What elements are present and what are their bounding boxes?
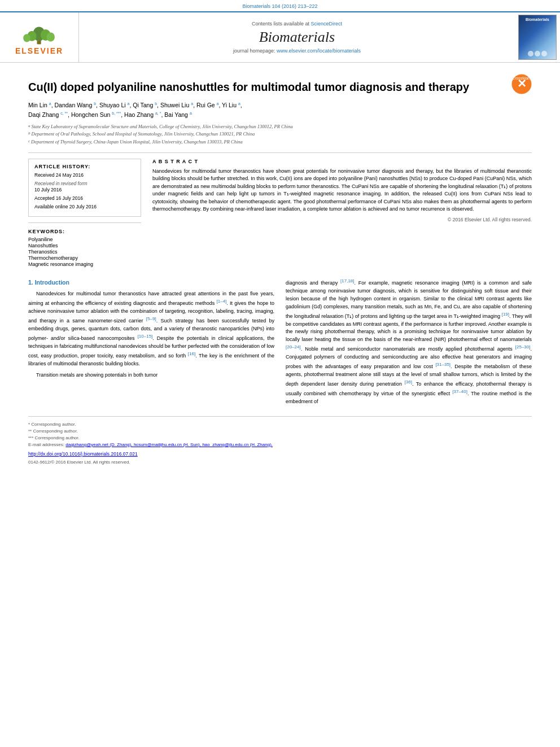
cover-circle-1 — [528, 51, 533, 56]
affil-text-a: State Key Laboratory of Supramolecular S… — [32, 123, 293, 130]
keyword-5: Magnetic resonance imaging — [28, 261, 141, 267]
affiliation-b: b Department of Oral Pathology, School a… — [28, 130, 532, 138]
affiliation-a: a State Key Laboratory of Supramolecular… — [28, 123, 532, 130]
corr2: ** Corresponding author. — [28, 428, 532, 435]
journal-header: ELSEVIER Contents lists available at Sci… — [0, 11, 560, 63]
cite-20-24[interactable]: [20–24] — [286, 344, 301, 350]
title-row: Cu(II) doped polyaniline nanoshuttles fo… — [28, 72, 532, 100]
corr3: *** Corresponding author. — [28, 435, 532, 442]
keywords-divider — [28, 222, 141, 223]
cite-5-9[interactable]: [5–9] — [146, 316, 156, 321]
intro-right-col: diagnosis and therapy [17,18]. For examp… — [286, 278, 532, 409]
footer-notes: * Corresponding author. ** Corresponding… — [28, 416, 532, 466]
authors-line1: Min Lin a, Dandan Wang b, Shuyao Li a, Q… — [28, 102, 242, 108]
elsevier-logo: ELSEVIER — [15, 20, 63, 55]
left-column: Article history: Received 24 May 2016 Re… — [28, 159, 141, 268]
copyright-line: © 2016 Elsevier Ltd. All rights reserved… — [152, 217, 532, 222]
received-date: Received 24 May 2016 — [34, 172, 135, 178]
abstract-title: A B S T R A C T — [152, 159, 532, 164]
authors: Min Lin a, Dandan Wang b, Shuyao Li a, Q… — [28, 100, 532, 120]
email-links[interactable]: daqizhang@yeah.net (D. Zhang), hcsum@mai… — [65, 442, 273, 447]
keyword-4: Thermochemotherapy — [28, 255, 141, 261]
cite-16[interactable]: [16] — [188, 351, 195, 356]
introduction-section: 1. Introduction Nanodevices for multimod… — [28, 278, 532, 409]
cite-31-35[interactable]: [31–35] — [435, 362, 450, 367]
intro-left-col: 1. Introduction Nanodevices for multimod… — [28, 278, 274, 409]
revised-date: 10 July 2016 — [34, 187, 62, 193]
sciencedirect-link[interactable]: ScienceDirect — [311, 21, 343, 27]
abstract-section: A B S T R A C T Nanodevices for multimod… — [152, 159, 532, 268]
accepted-label: Accepted 16 July 2016 — [34, 195, 83, 201]
section-divider-1 — [28, 152, 532, 153]
cite-36[interactable]: [36] — [405, 379, 412, 385]
doi-link[interactable]: http://dx.doi.org/10.1016/j.biomaterials… — [28, 451, 138, 457]
contents-available-line: Contents lists available at ScienceDirec… — [252, 21, 342, 27]
affiliation-c: c Department of Thyroid Surgery, China-J… — [28, 138, 532, 146]
cite-10-15[interactable]: [10–15] — [138, 334, 153, 339]
cite-1-4[interactable]: [1–4] — [217, 299, 227, 304]
revised-label: Received in revised form — [34, 181, 88, 186]
intro-right-para-1: diagnosis and therapy [17,18]. For examp… — [286, 278, 532, 406]
affil-text-b: Department of Oral Pathology, School and… — [32, 130, 255, 138]
affil-sup-c: c — [28, 138, 30, 145]
accepted-date: Accepted 16 July 2016 — [34, 195, 135, 201]
cover-circle-3 — [541, 51, 547, 56]
keyword-2: Nanoshuttles — [28, 243, 141, 248]
article-info-box: Article history: Received 24 May 2016 Re… — [28, 159, 141, 217]
svg-text:CrossMark: CrossMark — [512, 76, 531, 80]
doi-line: http://dx.doi.org/10.1016/j.biomaterials… — [28, 451, 532, 458]
cite-25-30[interactable]: [25–30] — [515, 344, 531, 350]
intro-para-1: Nanodevices for multimodal tumor therano… — [28, 290, 274, 368]
cover-journal-title: Biomaterials — [526, 18, 549, 21]
cite-37-40[interactable]: [37–40] — [452, 389, 467, 394]
cite-17-18[interactable]: [17,18] — [340, 278, 354, 283]
svg-point-5 — [46, 32, 54, 41]
journal-cover-area: Biomaterials — [515, 12, 560, 62]
received-label: Received 24 May 2016 — [34, 172, 84, 178]
available-date: Available online 20 July 2016 — [34, 203, 135, 209]
cover-decoration — [528, 51, 547, 56]
revised-date-group: Received in revised form 10 July 2016 — [34, 180, 135, 193]
elsevier-logo-area: ELSEVIER — [0, 12, 79, 62]
homepage-link[interactable]: www.elsevier.com/locate/biomaterials — [277, 48, 361, 54]
abstract-text: Nanodevices for multimodal tumor therano… — [152, 168, 532, 213]
intro-para-2: Transition metals are showing potentials… — [28, 372, 274, 379]
homepage-line: journal homepage: www.elsevier.com/locat… — [233, 48, 361, 54]
affil-sup-a: a — [28, 123, 30, 129]
available-label: Available online 20 July 2016 — [34, 204, 97, 209]
main-content: Cu(II) doped polyaniline nanoshuttles fo… — [0, 63, 560, 475]
authors-line2: Daqi Zhang c, **, Hongchen Sun b, ***, H… — [28, 111, 192, 118]
journal-cover-image: Biomaterials — [518, 15, 557, 60]
issn-line: 0142-9612/© 2016 Elsevier Ltd. All right… — [28, 459, 532, 466]
article-history-title: Article history: — [34, 164, 135, 169]
keywords-title: Keywords: — [28, 229, 141, 234]
cite-19[interactable]: [19] — [502, 312, 509, 317]
article-info-abstract-section: Article history: Received 24 May 2016 Re… — [28, 159, 532, 268]
journal-reference: Biomaterials 104 (2016) 213–222 — [0, 0, 560, 11]
keywords-box: Keywords: Polyaniline Nanoshuttles Thera… — [28, 229, 141, 267]
journal-title: Biomaterials — [259, 29, 335, 46]
email-line: E-mail addresses: daqizhang@yeah.net (D.… — [28, 442, 532, 448]
intro-heading: 1. Introduction — [28, 278, 274, 287]
cover-circle-2 — [535, 51, 540, 56]
page: Biomaterials 104 (2016) 213–222 ELSEVIER — [0, 0, 560, 747]
svg-rect-6 — [37, 41, 40, 43]
intro-two-col: 1. Introduction Nanodevices for multimod… — [28, 278, 532, 409]
corr1: * Corresponding author. — [28, 421, 532, 428]
affil-sup-b: b — [28, 130, 30, 137]
affiliations: a State Key Laboratory of Supramolecular… — [28, 123, 532, 146]
crossmark-icon: ✕ CrossMark — [511, 74, 532, 94]
elsevier-tree-icon — [17, 20, 62, 45]
elsevier-wordmark: ELSEVIER — [15, 46, 63, 55]
svg-point-4 — [23, 34, 30, 42]
journal-info: Contents lists available at ScienceDirec… — [79, 12, 515, 62]
affil-text-c: Department of Thyroid Surgery, China-Jap… — [31, 138, 243, 146]
keyword-1: Polyaniline — [28, 237, 141, 242]
email-label: E-mail addresses: — [28, 442, 64, 447]
keyword-3: Theranostics — [28, 249, 141, 255]
article-title: Cu(II) doped polyaniline nanoshuttles fo… — [28, 80, 469, 94]
